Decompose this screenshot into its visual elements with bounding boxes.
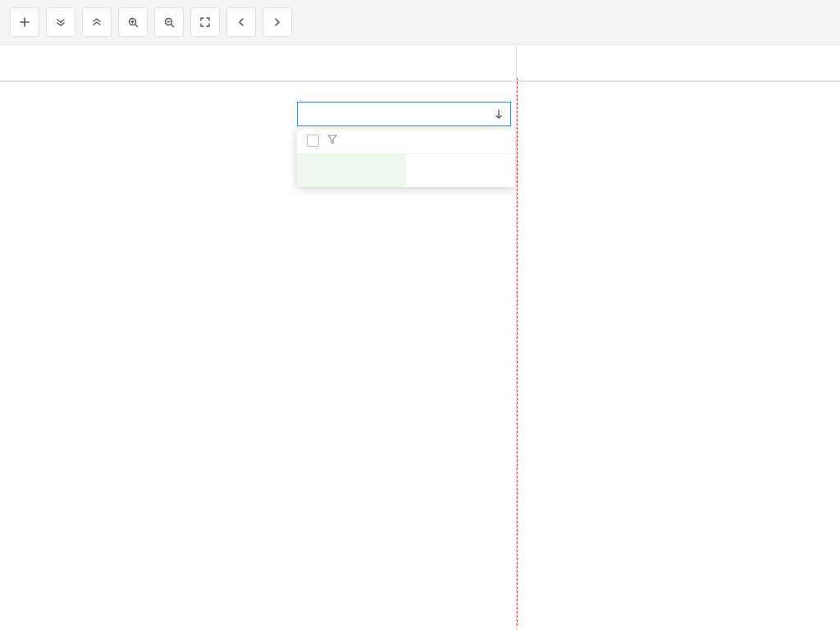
zoom-fit-button[interactable] bbox=[190, 7, 220, 37]
popup-header bbox=[297, 128, 515, 154]
resource-picker-popup bbox=[297, 128, 515, 187]
select-all-checkbox[interactable] bbox=[307, 135, 319, 147]
expand-all-button[interactable] bbox=[46, 7, 75, 37]
gantt-chart bbox=[517, 45, 840, 630]
today-marker bbox=[517, 78, 518, 626]
filter-icon[interactable] bbox=[327, 135, 337, 147]
add-button[interactable] bbox=[10, 7, 39, 37]
next-button[interactable] bbox=[262, 7, 292, 37]
dropdown-arrow-icon[interactable] bbox=[487, 109, 510, 119]
prev-button[interactable] bbox=[226, 7, 256, 37]
grid-header bbox=[0, 45, 516, 82]
zoom-out-button[interactable] bbox=[154, 7, 184, 37]
cancel-button[interactable] bbox=[406, 154, 515, 187]
collapse-all-button[interactable] bbox=[82, 7, 112, 37]
zoom-in-button[interactable] bbox=[118, 7, 148, 37]
toolbar bbox=[0, 0, 840, 45]
save-button[interactable] bbox=[297, 154, 406, 187]
resource-picker-input[interactable] bbox=[297, 102, 511, 126]
gantt-header bbox=[517, 45, 840, 82]
gantt-body[interactable] bbox=[517, 78, 840, 626]
resource-search-field[interactable] bbox=[298, 108, 487, 121]
